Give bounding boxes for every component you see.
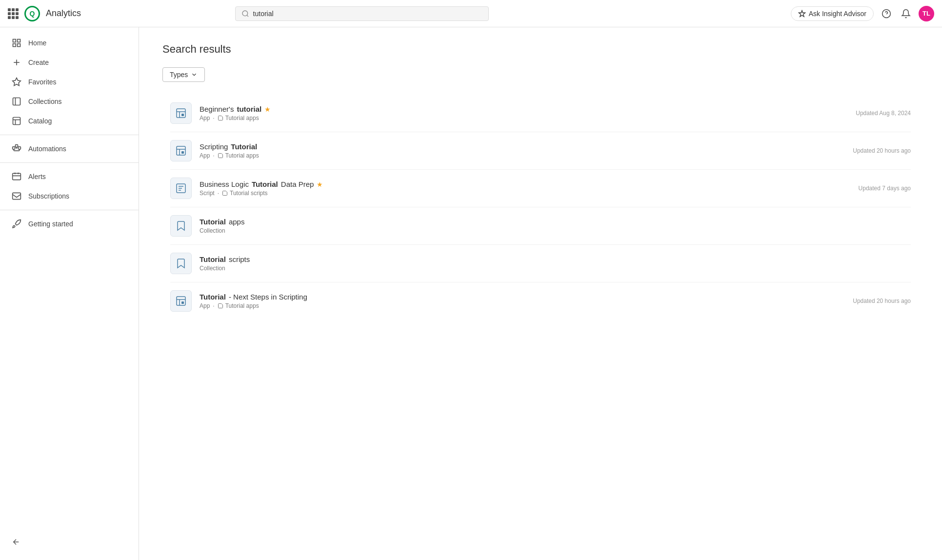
notifications-button[interactable] <box>899 7 913 20</box>
result-item[interactable]: Scripting Tutorial App · Tutorial apps <box>162 133 919 168</box>
collapse-button[interactable] <box>12 538 127 546</box>
sidebar-item-catalog-label: Catalog <box>28 117 52 125</box>
result-type: Collection <box>200 265 225 272</box>
sidebar-item-automations-label: Automations <box>28 145 66 153</box>
result-meta: App · Tutorial apps <box>200 152 841 159</box>
result-type: Script <box>200 190 215 197</box>
result-type: App <box>200 152 210 159</box>
result-date: Updated 7 days ago <box>847 185 911 192</box>
result-body: Scripting Tutorial App · Tutorial apps <box>200 142 841 159</box>
sidebar-item-home[interactable]: Home <box>0 33 139 53</box>
result-meta: App · Tutorial apps <box>200 115 844 121</box>
sidebar-item-subscriptions[interactable]: Subscriptions <box>0 186 139 206</box>
sidebar-item-home-label: Home <box>28 39 46 47</box>
result-title: Tutorial - Next Steps in Scripting <box>200 293 841 301</box>
topbar-right: Ask Insight Advisor TL <box>791 6 934 21</box>
result-date: Updated Aug 8, 2024 <box>844 110 911 117</box>
result-title: Scripting Tutorial <box>200 142 841 151</box>
result-divider <box>170 282 911 282</box>
result-title: Beginner's tutorial ★ <box>200 105 844 113</box>
result-meta: Script · Tutorial scripts <box>200 190 847 197</box>
result-item[interactable]: Beginner's tutorial ★ App · Tutorial app… <box>162 96 919 131</box>
app-icon <box>175 145 187 157</box>
sidebar-item-create-label: Create <box>28 59 49 66</box>
sidebar-item-alerts-label: Alerts <box>28 173 46 180</box>
result-title: Business Logic Tutorial Data Prep ★ <box>200 180 847 188</box>
svg-rect-5 <box>18 40 20 42</box>
svg-rect-11 <box>13 118 20 125</box>
sidebar-item-create[interactable]: Create <box>0 53 139 72</box>
svg-rect-12 <box>13 147 15 149</box>
insight-advisor-label: Ask Insight Advisor <box>809 10 866 18</box>
collection-icon <box>222 190 228 196</box>
help-button[interactable] <box>880 7 893 20</box>
collapse-icon <box>12 538 20 546</box>
search-icon <box>241 10 249 18</box>
sidebar-item-collections-label: Collections <box>28 98 61 105</box>
search-input[interactable] <box>253 10 482 18</box>
result-body: Tutorial apps Collection <box>200 218 911 234</box>
sidebar-item-favorites[interactable]: Favorites <box>0 72 139 92</box>
result-item[interactable]: Business Logic Tutorial Data Prep ★ Scri… <box>162 171 919 206</box>
result-icon-collection <box>170 253 192 274</box>
script-icon <box>175 182 187 194</box>
sidebar: Home Create Favorites Collections <box>0 27 139 560</box>
result-title: Tutorial scripts <box>200 255 911 263</box>
svg-rect-13 <box>18 147 20 149</box>
result-meta: Collection <box>200 265 911 272</box>
result-divider <box>170 244 911 245</box>
sidebar-item-getting-started[interactable]: Getting started <box>0 214 139 234</box>
svg-point-0 <box>242 11 248 16</box>
sidebar-item-alerts[interactable]: Alerts <box>0 167 139 186</box>
result-item[interactable]: Tutorial apps Collection <box>162 208 919 243</box>
main-content: Search results Types Beginner's <box>139 27 942 560</box>
help-icon <box>882 9 891 19</box>
star-icon <box>12 77 21 87</box>
rocket-icon <box>12 219 21 229</box>
svg-rect-15 <box>13 173 21 180</box>
grid-menu-icon[interactable] <box>8 8 19 19</box>
sidebar-item-automations[interactable]: Automations <box>0 139 139 159</box>
result-item[interactable]: Tutorial scripts Collection <box>162 246 919 281</box>
result-icon-app <box>170 140 192 161</box>
result-icon-app <box>170 290 192 312</box>
title-suffix: scripts <box>229 255 250 263</box>
title-prefix: Beginner's <box>200 105 234 113</box>
svg-rect-14 <box>16 145 18 147</box>
alerts-icon <box>12 172 21 181</box>
sidebar-item-catalog[interactable]: Catalog <box>0 111 139 131</box>
create-icon <box>12 58 21 67</box>
title-suffix: apps <box>229 218 245 226</box>
sidebar-item-collections[interactable]: Collections <box>0 92 139 111</box>
collection-icon <box>218 303 223 309</box>
result-body: Beginner's tutorial ★ App · Tutorial app… <box>200 105 844 121</box>
topbar: Q Analytics Ask Insight Advisor TL <box>0 0 942 27</box>
star-badge: ★ <box>317 180 323 188</box>
svg-rect-6 <box>18 44 20 47</box>
sidebar-item-getting-started-label: Getting started <box>28 220 73 228</box>
home-icon <box>12 38 21 48</box>
types-filter-button[interactable]: Types <box>162 67 205 82</box>
bookmark-icon <box>175 258 187 269</box>
title-prefix: Business Logic <box>200 180 249 188</box>
result-icon-collection <box>170 215 192 237</box>
qlik-logo-circle: Q <box>24 6 40 21</box>
result-date: Updated 20 hours ago <box>841 298 911 304</box>
result-divider <box>170 207 911 207</box>
result-icon-app <box>170 102 192 124</box>
avatar[interactable]: TL <box>919 6 934 21</box>
insight-advisor-button[interactable]: Ask Insight Advisor <box>791 6 874 21</box>
collection-name: Tutorial apps <box>225 115 259 121</box>
svg-rect-23 <box>181 301 184 304</box>
collection-icon <box>218 153 223 159</box>
title-bold: Tutorial <box>231 142 257 151</box>
svg-rect-16 <box>13 193 21 199</box>
result-item[interactable]: Tutorial - Next Steps in Scripting App ·… <box>162 283 919 319</box>
types-filter-label: Types <box>170 71 188 79</box>
subscriptions-icon <box>12 191 21 201</box>
collections-icon <box>12 97 21 106</box>
result-type: App <box>200 115 210 121</box>
search-bar[interactable] <box>235 6 489 21</box>
nav-divider-2 <box>0 162 139 163</box>
app-icon <box>175 107 187 119</box>
